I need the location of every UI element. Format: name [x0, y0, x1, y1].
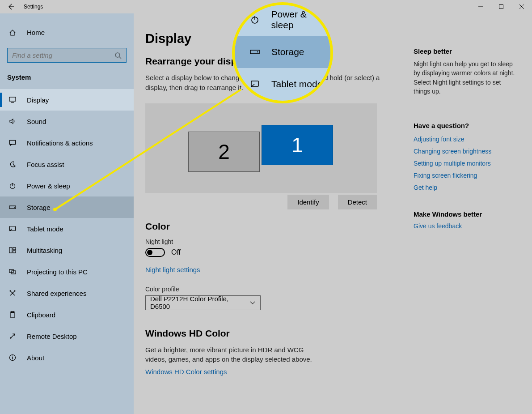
close-button[interactable] [511, 0, 532, 13]
sidebar-item-sound[interactable]: Sound [0, 111, 134, 132]
svg-point-19 [14, 290, 16, 292]
display-2[interactable]: 2 [188, 132, 260, 172]
sidebar-item-projecting-to-this-pc[interactable]: Projecting to this PC [0, 261, 134, 282]
annotation-magnifier: Power & sleep Storage Tablet mode [232, 2, 333, 103]
sidebar-item-multitasking[interactable]: Multitasking [0, 239, 134, 261]
info-panel: Sleep better Night light can help you ge… [414, 31, 519, 396]
help-link[interactable]: Adjusting font size [414, 136, 519, 143]
sidebar-item-storage[interactable]: Storage [0, 196, 134, 218]
clipboard-icon [8, 311, 17, 318]
sidebar-item-remote-desktop[interactable]: Remote Desktop [0, 325, 134, 347]
svg-rect-1 [499, 5, 503, 9]
minimize-button[interactable] [470, 0, 491, 13]
drive-icon [249, 49, 261, 55]
make-better-title: Make Windows better [414, 210, 519, 218]
color-profile-dropdown[interactable]: Dell P2212H Color Profile, D6500 [145, 295, 261, 310]
have-question-title: Have a question? [414, 122, 519, 129]
sidebar-item-label: Clipboard [27, 311, 55, 319]
sidebar-item-clipboard[interactable]: Clipboard [0, 304, 134, 325]
chevron-down-icon [249, 299, 256, 306]
svg-rect-14 [13, 248, 16, 250]
drive-icon [8, 204, 17, 211]
section-title: System [0, 71, 134, 89]
maximize-button[interactable] [491, 0, 511, 13]
display-1[interactable]: 1 [262, 125, 333, 165]
tablet-icon [249, 80, 261, 89]
sidebar-item-label: Remote Desktop [27, 333, 77, 340]
svg-rect-13 [9, 248, 12, 253]
night-light-settings-link[interactable]: Night light settings [145, 266, 200, 273]
multitask-icon [8, 247, 17, 254]
window-controls [470, 0, 532, 13]
sidebar: Home System DisplaySoundNotifications & … [0, 13, 134, 414]
hdcolor-description: Get a brighter, more vibrant picture in … [145, 345, 324, 365]
monitor-icon [8, 96, 17, 103]
sleep-better-title: Sleep better [414, 47, 519, 55]
sidebar-item-about[interactable]: About [0, 347, 134, 368]
display-arrangement[interactable]: 2 1 [145, 103, 377, 193]
home-label: Home [27, 29, 45, 36]
moon-icon [8, 161, 17, 168]
help-link[interactable]: Setting up multiple monitors [414, 160, 519, 167]
sidebar-item-label: Focus assist [27, 161, 64, 168]
window-title: Settings [24, 4, 43, 10]
home-icon [8, 29, 17, 36]
help-link[interactable]: Fixing screen flickering [414, 172, 519, 179]
power-icon [249, 15, 260, 24]
project-icon [8, 268, 17, 275]
info-icon [8, 354, 17, 361]
hdcolor-heading: Windows HD Color [145, 328, 400, 339]
night-light-state: Off [171, 248, 181, 256]
color-heading: Color [145, 221, 400, 232]
magnifier-row-storage: Storage [235, 36, 330, 68]
main-area: Display Rearrange your displays Select a… [134, 13, 532, 414]
svg-line-3 [119, 57, 121, 59]
help-link[interactable]: Changing screen brightness [414, 148, 519, 155]
night-light-label: Night light [145, 238, 400, 245]
color-profile-value: Dell P2212H Color Profile, D6500 [150, 295, 249, 310]
svg-point-18 [10, 290, 11, 292]
speaker-icon [8, 118, 17, 125]
sidebar-item-tablet-mode[interactable]: Tablet mode [0, 218, 134, 239]
search-icon [114, 52, 122, 59]
sidebar-item-label: Display [27, 96, 49, 104]
sidebar-item-power-sleep[interactable]: Power & sleep [0, 175, 134, 196]
search-input[interactable] [12, 51, 114, 59]
share-icon [8, 290, 17, 297]
search-input-wrap[interactable] [7, 48, 127, 63]
tablet-icon [8, 225, 17, 232]
help-link[interactable]: Get help [414, 184, 519, 191]
svg-rect-6 [10, 141, 16, 145]
svg-rect-4 [9, 97, 16, 101]
hdcolor-settings-link[interactable]: Windows HD Color settings [145, 368, 227, 376]
sidebar-item-label: Multitasking [27, 247, 62, 254]
night-light-toggle[interactable] [145, 248, 165, 257]
feedback-link[interactable]: Give us feedback [414, 222, 519, 230]
sidebar-item-label: Notifications & actions [27, 139, 93, 147]
sidebar-item-label: Projecting to this PC [27, 268, 88, 276]
sidebar-item-label: About [27, 354, 44, 362]
sidebar-item-notifications-actions[interactable]: Notifications & actions [0, 132, 134, 154]
home-link[interactable]: Home [0, 22, 134, 43]
svg-point-32 [257, 51, 258, 52]
chat-icon [8, 139, 17, 146]
svg-point-23 [10, 337, 12, 339]
svg-point-2 [115, 53, 120, 57]
settings-window: Settings Home S [0, 0, 532, 414]
sidebar-item-label: Power & sleep [27, 182, 70, 190]
sidebar-item-label: Storage [27, 204, 51, 211]
sidebar-item-label: Sound [27, 118, 46, 125]
back-button[interactable] [6, 2, 16, 12]
sleep-better-body: Night light can help you get to sleep by… [414, 60, 519, 96]
sidebar-item-display[interactable]: Display [0, 89, 134, 111]
sidebar-item-shared-experiences[interactable]: Shared experiences [0, 282, 134, 304]
remote-icon [8, 333, 17, 340]
svg-point-20 [12, 293, 13, 294]
power-icon [8, 182, 17, 189]
sidebar-item-focus-assist[interactable]: Focus assist [0, 154, 134, 175]
svg-point-10 [14, 207, 15, 208]
color-profile-label: Color profile [145, 286, 400, 293]
identify-button[interactable]: Identify [287, 195, 329, 209]
svg-point-26 [12, 356, 13, 357]
detect-button[interactable]: Detect [338, 195, 377, 209]
